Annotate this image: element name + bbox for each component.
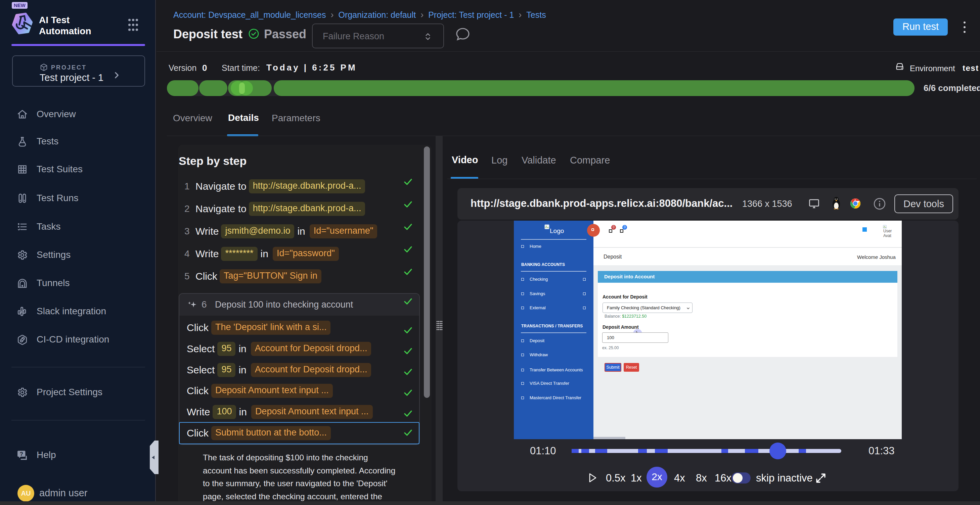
svg-text:?: ? xyxy=(20,451,23,457)
